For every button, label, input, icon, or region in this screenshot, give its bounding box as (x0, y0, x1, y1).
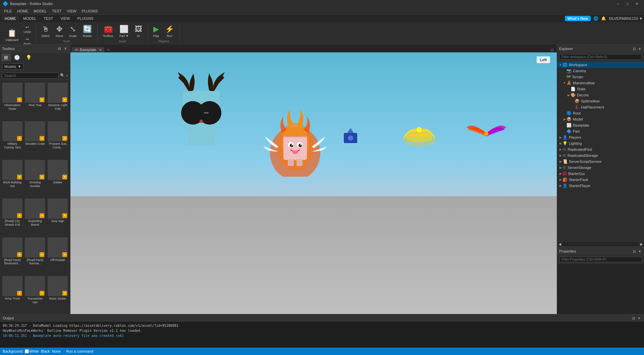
toolbox-item-15[interactable]: ★ Army Truck (1, 275, 23, 313)
toolbox-item-17[interactable]: ★ Basic Sedan (47, 275, 69, 313)
new-tab-button[interactable]: + (106, 47, 111, 52)
menu-model[interactable]: MODEL (31, 8, 49, 14)
tree-arrow-15[interactable]: ▶ (558, 154, 562, 157)
bg-none-label[interactable]: None (52, 349, 61, 353)
tree-item-baseplate[interactable]: ⬜ Baseplate (557, 122, 644, 128)
tree-arrow-14[interactable]: ▶ (558, 148, 562, 151)
toolbox-item-1[interactable]: ★ Pine Tree (24, 81, 46, 119)
ribbon-tab-plugins[interactable]: PLUGINS (74, 16, 97, 21)
close-button[interactable]: ✕ (633, 1, 641, 7)
tree-arrow-5[interactable]: ▶ (567, 93, 571, 97)
bg-white-label[interactable]: White (30, 349, 39, 353)
select-button[interactable]: 🖱Select (39, 24, 52, 39)
toolbox-tab-plugin[interactable]: 💡 (23, 54, 34, 61)
tree-item-splitmellow[interactable]: 📦 Splitmellow (557, 98, 644, 104)
toolbox-button[interactable]: 🧰Toolbox (100, 24, 116, 39)
user-label[interactable]: SILVERMAN1110 ▼ (609, 16, 643, 20)
tree-item-starterplayer[interactable]: ▶ 👤 StarterPlayer (557, 183, 644, 189)
tree-arrow-9[interactable]: ▶ (562, 118, 567, 121)
tree-item-part[interactable]: 🔷 Part (557, 128, 644, 134)
toolbox-item-7[interactable]: ★ Drooling Zombie (24, 159, 46, 196)
toolbox-item-6[interactable]: ★ Brick Building Set (1, 159, 23, 196)
toolbox-close-button[interactable]: ✕ (63, 46, 68, 51)
menu-test[interactable]: TEST (49, 8, 64, 14)
scroll-right-button[interactable]: ▶ (639, 241, 644, 247)
window-controls[interactable]: ─ □ ✕ (614, 1, 641, 7)
tree-item-lighting[interactable]: ▶ 💡 Lighting (557, 140, 644, 146)
status-text[interactable]: Run a command (66, 349, 641, 353)
doc-tab-close-button[interactable]: ✕ (99, 48, 102, 52)
tree-item-decore[interactable]: ▶ 🎨 Decore (557, 92, 644, 98)
tree-item-model[interactable]: ▶ 📦 Model (557, 116, 644, 122)
tree-item-terrain[interactable]: 🗺 Terrain (557, 74, 644, 80)
tree-arrow-19[interactable]: ▶ (558, 178, 562, 181)
toolbox-tab-grid[interactable]: ⊞ (1, 54, 11, 61)
maximize-button[interactable]: □ (623, 1, 632, 7)
toolbox-item-3[interactable]: ★ Military Canvas Tent (1, 120, 23, 158)
tree-arrow-3[interactable]: ▼ (562, 81, 567, 85)
toolbox-item-11[interactable]: ★ Stop Sign (47, 197, 69, 235)
explorer-dock-button[interactable]: ⊡ (632, 47, 637, 51)
scale-button[interactable]: ⤡Scale (66, 24, 79, 39)
toolbox-item-8[interactable]: ★ Soldier (47, 159, 69, 196)
run-button[interactable]: ⚡Run (162, 24, 177, 39)
bg-black-label[interactable]: Black (41, 349, 50, 353)
tree-item-replicatedfirst[interactable]: ▶ ⚙ ReplicatedFirst (557, 146, 644, 152)
tree-item-hatplacement[interactable]: 🎩 HatPlacement (557, 104, 644, 110)
tree-item-camera[interactable]: 📷 Camera (557, 68, 644, 74)
menu-home[interactable]: HOME (14, 8, 31, 14)
ribbon-tab-home[interactable]: HOME (1, 16, 19, 21)
toolbox-item-16[interactable]: ★ Transporter Van (24, 275, 46, 313)
tree-arrow-0[interactable]: ▼ (558, 63, 562, 66)
part-button[interactable]: ⬜Part ▼ (117, 24, 131, 39)
play-button[interactable]: ▶Play (151, 24, 162, 39)
ui-button[interactable]: 🖼UI (132, 24, 145, 39)
clipboard-button[interactable]: 📋 Clipboard (3, 28, 21, 43)
toolbox-item-10[interactable]: ★ Exploding Barrel (24, 197, 46, 235)
explorer-close-button[interactable]: ✕ (637, 47, 642, 51)
menu-file[interactable]: FILE (1, 8, 14, 14)
tree-item-root[interactable]: 🔵 Root (557, 110, 644, 116)
search-icon[interactable]: 🔍 (60, 73, 65, 78)
tree-item-starterpack[interactable]: ▶ 🎒 StarterPack (557, 177, 644, 183)
toolbox-item-2[interactable]: ★ Dynamic Light Pole (47, 81, 69, 119)
ribbon-tab-test[interactable]: TEST (40, 16, 56, 21)
toolbox-dock-button[interactable]: ⊟ (57, 46, 62, 51)
minimize-button[interactable]: ─ (614, 1, 623, 7)
output-close-button[interactable]: ✕ (637, 316, 641, 320)
tree-arrow-16[interactable]: ▶ (558, 160, 562, 163)
menu-plugins[interactable]: PLUGINS (79, 8, 101, 14)
tree-arrow-17[interactable]: ▶ (558, 166, 562, 169)
properties-close-button[interactable]: ✕ (637, 250, 642, 253)
baseplate-tab[interactable]: 🎮 Baseplate ✕ (72, 47, 104, 52)
models-dropdown[interactable]: Models ▼ (2, 63, 23, 70)
move-button[interactable]: ✥Move (53, 24, 66, 39)
explorer-filter-input[interactable] (559, 54, 642, 60)
tree-arrow-18[interactable]: ▶ (558, 172, 562, 175)
rotate-button[interactable]: 🔄Rotate (80, 24, 95, 39)
tree-item-serverscriptservice[interactable]: ▶ 📜 ServerScriptService (557, 159, 644, 165)
whats-new-button[interactable]: What's New (565, 16, 591, 21)
tree-item-workspace[interactable]: ▼ 🌐 Workspace (557, 62, 644, 68)
undo-button[interactable]: ↩Undo (22, 24, 33, 35)
tree-arrow-13[interactable]: ▶ (558, 142, 562, 145)
toolbox-item-13[interactable]: ★ [Road Pack] Narrow... (24, 236, 46, 274)
toolbox-item-14[interactable]: ★ Off-Roader (47, 236, 69, 274)
filter-icon[interactable]: ≡ (66, 74, 68, 78)
toolbox-item-9[interactable]: ★ [Road] City Streets Full (1, 197, 23, 235)
toolbox-tab-recent[interactable]: 🕐 (11, 54, 22, 61)
tree-item-players[interactable]: ▶ 👤 Players (557, 134, 644, 140)
toolbox-item-5[interactable]: ★ Propane Gas Conta... (47, 120, 69, 158)
tree-item-state[interactable]: 📄 State (557, 86, 644, 92)
maximize-viewport-button[interactable]: ⊡ (548, 48, 555, 52)
ribbon-tab-model[interactable]: MODEL (20, 16, 40, 21)
tree-arrow-20[interactable]: ▶ (558, 184, 562, 187)
scroll-left-button[interactable]: ◀ (557, 241, 562, 247)
tree-item-marshmallow[interactable]: ▼ 🧸 Marshmallow (557, 80, 644, 86)
toolbox-item-0[interactable]: ★ Observation Tower (1, 81, 23, 119)
tree-arrow-12[interactable]: ▶ (558, 136, 562, 139)
output-dock-button[interactable]: ⊡ (631, 316, 636, 320)
search-input[interactable] (2, 73, 59, 79)
tree-item-replicatedstorage[interactable]: ▶ ⚙ ReplicatedStorage (557, 152, 644, 159)
toolbox-item-12[interactable]: ★ [Road Pack] Boulevard... (1, 236, 23, 274)
